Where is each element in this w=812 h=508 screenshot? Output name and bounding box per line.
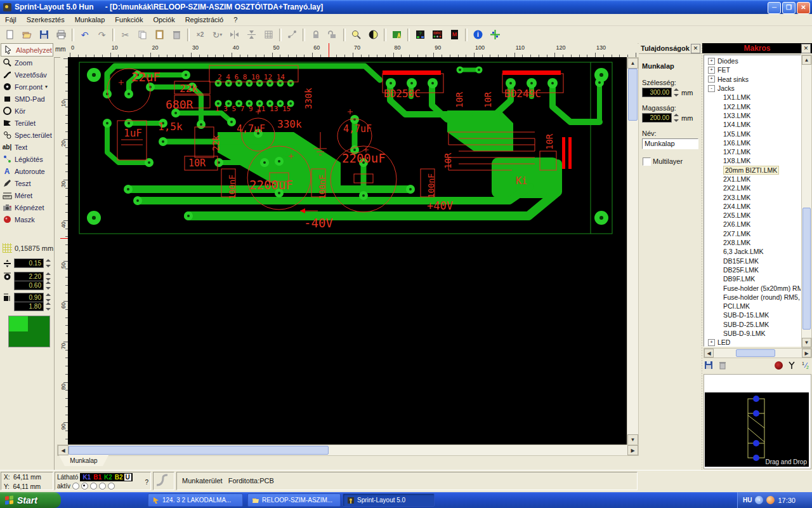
macro-tree-item[interactable]: 2X8.LMK xyxy=(704,238,801,247)
layer-visibility-box[interactable]: K1B1K2B2U xyxy=(80,473,132,481)
scroll-up-icon[interactable]: ▲ xyxy=(627,58,638,69)
smd-height-field[interactable]: 1.80 xyxy=(14,302,44,311)
macro-tree-item[interactable]: 2X2.LMK xyxy=(704,184,801,192)
expand-icon[interactable]: + xyxy=(708,67,715,74)
macro-tree-item[interactable]: 1X4.LMK xyxy=(704,120,801,129)
macro-tree-item[interactable]: +FET xyxy=(704,65,801,74)
macro-tree-item[interactable]: 1X7.LMK xyxy=(704,147,801,156)
rotate-icon[interactable]: ↻▾ xyxy=(209,27,226,43)
vertical-scroll-thumb[interactable] xyxy=(628,69,638,121)
macro-tree-item[interactable]: 2X1.LMK xyxy=(704,175,801,184)
minimize-button[interactable]: ─ xyxy=(768,2,781,14)
macro-tree-item[interactable]: 2X3.LMK xyxy=(704,192,801,201)
layer-radio-k1[interactable] xyxy=(72,483,79,490)
tool-photoview[interactable]: Képnézet xyxy=(0,201,54,213)
makros-tree[interactable]: +Diodes+FET+Heat sinks-Jacks1X1.LMK1X2.L… xyxy=(704,55,801,347)
macro-tree-item[interactable]: 2X6.LMK xyxy=(704,220,801,229)
macro-tree-item[interactable]: DB9F.LMK xyxy=(704,274,801,283)
collapse-icon[interactable]: - xyxy=(708,85,715,92)
expand-icon[interactable]: + xyxy=(708,76,715,83)
duplicate-icon[interactable]: ×2 xyxy=(192,27,209,43)
scroll-left-icon[interactable]: ◀ xyxy=(58,445,69,455)
macro-tree-item[interactable]: DB15F.LMK xyxy=(704,257,801,265)
layer-chip-k1[interactable]: K1 xyxy=(81,474,92,481)
macro-tree-item[interactable]: 2X7.LMK xyxy=(704,229,801,238)
menu-registration[interactable]: Regisztráció xyxy=(180,15,229,24)
menu-edit[interactable]: Szerkesztés xyxy=(22,15,70,24)
tool-track[interactable]: Vezetősáv xyxy=(0,69,54,81)
open-icon[interactable] xyxy=(18,27,36,43)
macro-tree-item[interactable]: PCI.LMK xyxy=(704,302,801,311)
menu-board[interactable]: Munkalap xyxy=(70,15,110,24)
paste-icon[interactable] xyxy=(151,27,168,43)
layer-radio-b1[interactable] xyxy=(81,483,88,490)
delete-macro-icon[interactable] xyxy=(717,360,728,370)
tool-airwire[interactable]: Légkötés xyxy=(0,153,54,165)
layer-chip-b1[interactable]: B1 xyxy=(92,474,103,481)
smd-width-spinner[interactable] xyxy=(46,293,51,302)
save-icon[interactable] xyxy=(36,27,53,43)
macro-tree-item[interactable]: 1X1.LMK xyxy=(704,93,801,102)
macro-tree-item[interactable]: 1X6.LMK xyxy=(704,138,801,147)
macro-hscroll-thumb[interactable] xyxy=(736,349,775,357)
macro-tree-item[interactable]: 6,3 Jack.LMK xyxy=(704,247,801,256)
tray-app-icon[interactable] xyxy=(766,496,775,504)
macro-vertical-scrollbar[interactable]: ▲ ▼ xyxy=(801,55,812,348)
tool-default-mode[interactable]: Alaphelyzet xyxy=(1,43,53,57)
tool-autoroute[interactable]: AAutoroute xyxy=(0,165,54,177)
start-button[interactable]: Start xyxy=(0,492,61,508)
canvas-vertical-scrollbar[interactable]: ▲ ▼ xyxy=(627,57,639,446)
macro-tree-item[interactable]: +Heat sinks xyxy=(704,75,801,84)
tool-pad[interactable]: Forr.pont▾ xyxy=(0,81,54,93)
taskbar-task-sprint-layout[interactable]: Sprint-Layout 5.0 xyxy=(343,493,435,507)
layer-chip-b2[interactable]: B2 xyxy=(114,474,124,481)
macro-tree-item[interactable]: 1X8.LMK xyxy=(704,156,801,165)
height-spinner[interactable] xyxy=(674,114,679,122)
info-icon[interactable]: i xyxy=(469,27,487,43)
scroll-right-icon[interactable]: ▶ xyxy=(627,445,638,455)
pad-drill-field[interactable]: 0.60 xyxy=(14,281,44,290)
name-input[interactable]: Munkalap xyxy=(642,138,698,149)
smd-height-spinner[interactable] xyxy=(46,302,51,311)
macro-scroll-right-icon[interactable]: ▶ xyxy=(802,349,811,358)
macro-tree-item[interactable]: SUB-D-9.LMK xyxy=(704,329,801,338)
pins-icon[interactable] xyxy=(787,360,797,370)
layer-radio-k2[interactable] xyxy=(90,483,97,490)
macro-tree-item[interactable]: Fuse-holder (round) RM5, xyxy=(704,293,801,302)
track-width-spinner[interactable] xyxy=(46,259,51,267)
canvas-horizontal-scrollbar[interactable]: ◀ ▶ xyxy=(57,444,639,456)
tool-measure[interactable]: Méret xyxy=(0,189,54,201)
menu-functions[interactable]: Funkciók xyxy=(110,15,148,24)
layer-radio-u[interactable] xyxy=(108,483,115,490)
macro-tree-item[interactable]: DB25F.LMK xyxy=(704,265,801,274)
scroll-down-icon[interactable]: ▼ xyxy=(627,434,638,445)
taskbar-task-folder[interactable]: RELOOP-SZIM-ASZIM... xyxy=(247,493,341,507)
photoview-icon[interactable] xyxy=(388,27,405,43)
tool-special-zone[interactable]: Spec.terület xyxy=(0,129,54,141)
macro-icon[interactable]: M xyxy=(446,27,463,43)
pad-diameter-field[interactable]: 2.20 xyxy=(14,272,44,281)
height-field[interactable]: 200.00 xyxy=(642,113,672,123)
macro-tree-item[interactable]: 20mm BIZTI.LMK xyxy=(704,166,801,175)
test-icon[interactable]: ? xyxy=(412,27,429,43)
copy-icon[interactable] xyxy=(134,27,151,43)
macro-scroll-left-icon[interactable]: ◀ xyxy=(704,349,714,358)
pad-diameter-spinner[interactable] xyxy=(46,272,51,281)
unlock-icon[interactable] xyxy=(324,27,341,43)
tool-circle[interactable]: Kör xyxy=(0,105,54,117)
properties-close-icon[interactable]: ✕ xyxy=(691,44,700,53)
macro-tree-item[interactable]: 2X4.LMK xyxy=(704,202,801,211)
macro-tree-item[interactable]: -Jacks xyxy=(704,84,801,93)
track-width-field[interactable]: 0.15 xyxy=(14,258,44,268)
sheet-tab[interactable]: Munkalap xyxy=(59,455,108,466)
connections-icon[interactable] xyxy=(284,27,301,43)
record-icon[interactable] xyxy=(775,361,783,370)
expand-icon[interactable]: + xyxy=(708,339,715,346)
menu-file[interactable]: Fájl xyxy=(0,15,22,24)
macro-scroll-thumb[interactable] xyxy=(802,208,811,330)
macro-close-icon[interactable]: ✕ xyxy=(801,44,811,53)
smd-width-field[interactable]: 0.90 xyxy=(14,293,44,302)
macro-tree-item[interactable]: 1X5.LMK xyxy=(704,129,801,138)
save-macro-icon[interactable] xyxy=(704,360,714,370)
macro-tree-item[interactable]: 1X3.LMK xyxy=(704,111,801,120)
